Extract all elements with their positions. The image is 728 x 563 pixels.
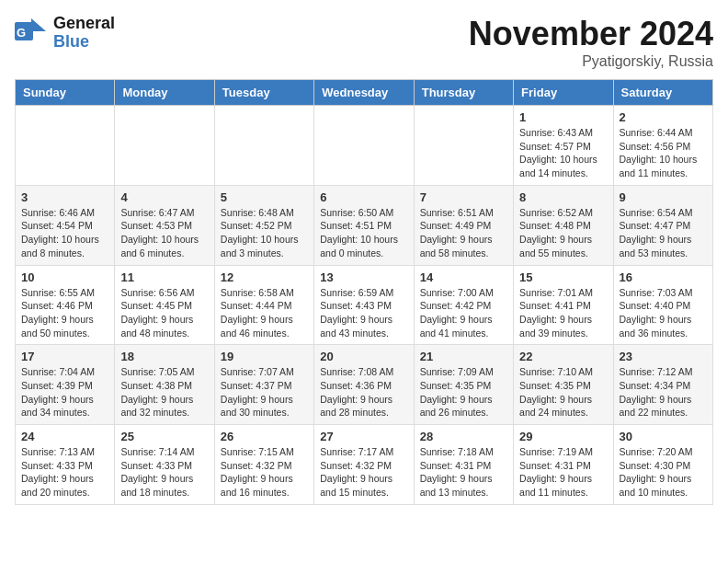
calendar-cell: 16Sunrise: 7:03 AM Sunset: 4:40 PM Dayli… (613, 265, 712, 345)
day-number: 3 (21, 190, 108, 204)
weekday-header-wednesday: Wednesday (314, 80, 414, 106)
calendar-cell: 11Sunrise: 6:56 AM Sunset: 4:45 PM Dayli… (115, 265, 214, 345)
day-number: 18 (120, 350, 208, 363)
day-info: Sunrise: 6:44 AM Sunset: 4:56 PM Dayligh… (620, 126, 707, 180)
day-number: 29 (519, 430, 607, 443)
day-number: 21 (420, 350, 507, 363)
page-header: G General Blue November 2024 Pyatigorski… (15, 15, 713, 70)
day-info: Sunrise: 7:18 AM Sunset: 4:31 PM Dayligh… (420, 445, 507, 500)
day-info: Sunrise: 7:03 AM Sunset: 4:40 PM Dayligh… (620, 286, 707, 340)
day-info: Sunrise: 6:52 AM Sunset: 4:48 PM Dayligh… (519, 206, 607, 260)
day-number: 15 (519, 270, 607, 284)
calendar-cell: 10Sunrise: 6:55 AM Sunset: 4:46 PM Dayli… (16, 265, 115, 345)
logo-icon: G (15, 18, 46, 44)
month-title: November 2024 (469, 15, 713, 53)
day-info: Sunrise: 6:55 AM Sunset: 4:46 PM Dayligh… (21, 286, 108, 340)
calendar-cell: 22Sunrise: 7:10 AM Sunset: 4:35 PM Dayli… (514, 345, 613, 425)
day-number: 19 (221, 350, 308, 363)
calendar-cell: 7Sunrise: 6:51 AM Sunset: 4:49 PM Daylig… (414, 185, 513, 265)
calendar-cell (214, 106, 313, 186)
day-number: 11 (120, 270, 208, 284)
day-number: 10 (21, 270, 108, 284)
day-number: 6 (320, 190, 407, 204)
calendar-cell: 14Sunrise: 7:00 AM Sunset: 4:42 PM Dayli… (414, 265, 513, 345)
calendar-cell: 25Sunrise: 7:14 AM Sunset: 4:33 PM Dayli… (115, 425, 214, 505)
day-info: Sunrise: 6:56 AM Sunset: 4:45 PM Dayligh… (120, 286, 208, 340)
day-info: Sunrise: 7:09 AM Sunset: 4:35 PM Dayligh… (420, 365, 507, 419)
calendar-cell: 21Sunrise: 7:09 AM Sunset: 4:35 PM Dayli… (414, 345, 513, 425)
calendar-week-4: 17Sunrise: 7:04 AM Sunset: 4:39 PM Dayli… (16, 345, 713, 425)
day-info: Sunrise: 6:47 AM Sunset: 4:53 PM Dayligh… (120, 206, 208, 260)
day-info: Sunrise: 7:10 AM Sunset: 4:35 PM Dayligh… (519, 365, 607, 419)
logo: G General Blue (15, 15, 115, 52)
day-info: Sunrise: 6:58 AM Sunset: 4:44 PM Dayligh… (221, 286, 308, 340)
calendar-cell: 18Sunrise: 7:05 AM Sunset: 4:38 PM Dayli… (115, 345, 214, 425)
day-number: 24 (21, 430, 108, 443)
calendar-cell (16, 106, 115, 186)
weekday-header-friday: Friday (514, 80, 613, 106)
day-info: Sunrise: 7:19 AM Sunset: 4:31 PM Dayligh… (519, 445, 607, 500)
day-info: Sunrise: 7:17 AM Sunset: 4:32 PM Dayligh… (320, 445, 407, 500)
day-info: Sunrise: 6:54 AM Sunset: 4:47 PM Dayligh… (620, 206, 707, 260)
day-number: 14 (420, 270, 507, 284)
calendar-cell: 29Sunrise: 7:19 AM Sunset: 4:31 PM Dayli… (514, 425, 613, 505)
weekday-header-monday: Monday (115, 80, 214, 106)
day-number: 27 (320, 430, 407, 443)
calendar-cell: 20Sunrise: 7:08 AM Sunset: 4:36 PM Dayli… (314, 345, 414, 425)
calendar-cell: 4Sunrise: 6:47 AM Sunset: 4:53 PM Daylig… (115, 185, 214, 265)
weekday-header-thursday: Thursday (414, 80, 513, 106)
calendar-cell: 17Sunrise: 7:04 AM Sunset: 4:39 PM Dayli… (16, 345, 115, 425)
day-info: Sunrise: 7:05 AM Sunset: 4:38 PM Dayligh… (120, 365, 208, 419)
calendar-cell: 24Sunrise: 7:13 AM Sunset: 4:33 PM Dayli… (16, 425, 115, 505)
day-info: Sunrise: 7:08 AM Sunset: 4:36 PM Dayligh… (320, 365, 407, 419)
day-info: Sunrise: 7:14 AM Sunset: 4:33 PM Dayligh… (120, 445, 208, 500)
day-number: 17 (21, 350, 108, 363)
day-number: 26 (221, 430, 308, 443)
calendar-cell: 8Sunrise: 6:52 AM Sunset: 4:48 PM Daylig… (514, 185, 613, 265)
weekday-header-tuesday: Tuesday (214, 80, 313, 106)
weekday-header-sunday: Sunday (16, 80, 115, 106)
calendar-cell: 26Sunrise: 7:15 AM Sunset: 4:32 PM Dayli… (214, 425, 313, 505)
calendar-cell: 5Sunrise: 6:48 AM Sunset: 4:52 PM Daylig… (214, 185, 313, 265)
logo-blue: Blue (53, 33, 115, 52)
calendar-cell: 6Sunrise: 6:50 AM Sunset: 4:51 PM Daylig… (314, 185, 414, 265)
day-info: Sunrise: 7:15 AM Sunset: 4:32 PM Dayligh… (221, 445, 308, 500)
calendar-cell: 13Sunrise: 6:59 AM Sunset: 4:43 PM Dayli… (314, 265, 414, 345)
calendar-cell: 2Sunrise: 6:44 AM Sunset: 4:56 PM Daylig… (613, 106, 712, 186)
calendar-cell (115, 106, 214, 186)
calendar-header-row: SundayMondayTuesdayWednesdayThursdayFrid… (16, 80, 713, 106)
day-number: 8 (519, 190, 607, 204)
calendar-week-5: 24Sunrise: 7:13 AM Sunset: 4:33 PM Dayli… (16, 425, 713, 505)
calendar-cell (314, 106, 414, 186)
calendar-week-3: 10Sunrise: 6:55 AM Sunset: 4:46 PM Dayli… (16, 265, 713, 345)
calendar-cell: 28Sunrise: 7:18 AM Sunset: 4:31 PM Dayli… (414, 425, 513, 505)
day-number: 9 (620, 190, 707, 204)
day-info: Sunrise: 6:51 AM Sunset: 4:49 PM Dayligh… (420, 206, 507, 260)
day-info: Sunrise: 6:46 AM Sunset: 4:54 PM Dayligh… (21, 206, 108, 260)
calendar-cell: 3Sunrise: 6:46 AM Sunset: 4:54 PM Daylig… (16, 185, 115, 265)
day-info: Sunrise: 6:48 AM Sunset: 4:52 PM Dayligh… (221, 206, 308, 260)
title-area: November 2024 Pyatigorskiy, Russia (469, 15, 713, 70)
day-number: 16 (620, 270, 707, 284)
calendar-cell: 9Sunrise: 6:54 AM Sunset: 4:47 PM Daylig… (613, 185, 712, 265)
calendar-table: SundayMondayTuesdayWednesdayThursdayFrid… (15, 79, 713, 505)
logo-general: General (53, 15, 115, 33)
day-info: Sunrise: 7:01 AM Sunset: 4:41 PM Dayligh… (519, 286, 607, 340)
day-number: 1 (519, 110, 607, 124)
day-number: 5 (221, 190, 308, 204)
day-number: 12 (221, 270, 308, 284)
weekday-header-saturday: Saturday (613, 80, 712, 106)
day-number: 20 (320, 350, 407, 363)
calendar-cell: 15Sunrise: 7:01 AM Sunset: 4:41 PM Dayli… (514, 265, 613, 345)
day-info: Sunrise: 6:50 AM Sunset: 4:51 PM Dayligh… (320, 206, 407, 260)
calendar-cell: 12Sunrise: 6:58 AM Sunset: 4:44 PM Dayli… (214, 265, 313, 345)
day-number: 7 (420, 190, 507, 204)
calendar-week-1: 1Sunrise: 6:43 AM Sunset: 4:57 PM Daylig… (16, 106, 713, 186)
day-number: 23 (620, 350, 707, 363)
calendar-cell: 23Sunrise: 7:12 AM Sunset: 4:34 PM Dayli… (613, 345, 712, 425)
day-info: Sunrise: 7:04 AM Sunset: 4:39 PM Dayligh… (21, 365, 108, 419)
calendar-cell: 30Sunrise: 7:20 AM Sunset: 4:30 PM Dayli… (613, 425, 712, 505)
calendar-cell: 1Sunrise: 6:43 AM Sunset: 4:57 PM Daylig… (514, 106, 613, 186)
location: Pyatigorskiy, Russia (469, 53, 713, 70)
day-number: 13 (320, 270, 407, 284)
